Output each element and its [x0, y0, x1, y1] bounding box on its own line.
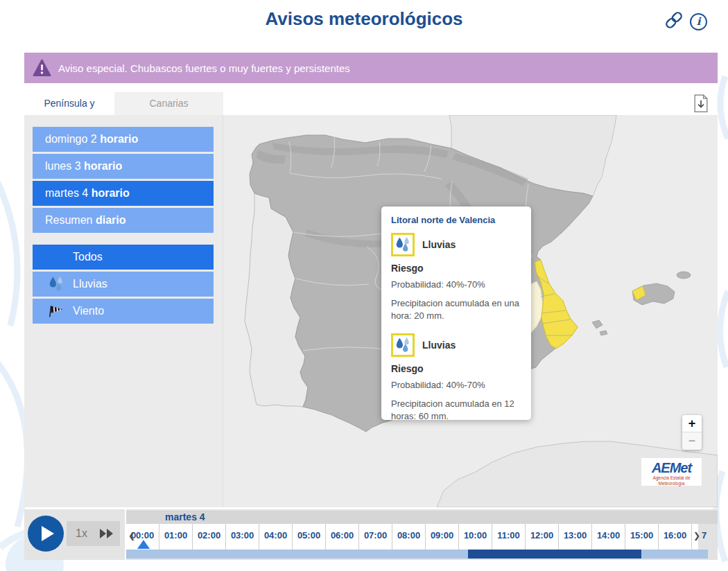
timeline-scrollbar-track[interactable] — [126, 550, 708, 559]
map-popup: Litoral norte de Valencia Lluvias Riesgo… — [381, 207, 531, 420]
warning-type: Lluvias — [422, 239, 456, 250]
hour-cell[interactable]: 02:00 — [193, 524, 226, 550]
tab-canarias[interactable]: Canarias — [114, 92, 223, 115]
warning-detail: Precipitacion acumulada en 12 horas: 60 … — [391, 398, 521, 423]
fast-forward-icon[interactable] — [100, 529, 113, 538]
day-button-label: domingo 2 — [45, 133, 100, 145]
timeline-scroll-right-icon[interactable]: ❯ — [693, 524, 700, 550]
warning-probability: Probabilidad: 40%-70% — [391, 279, 521, 291]
hour-cell[interactable]: 13:00 — [559, 524, 592, 550]
day-button-label-bold: horario — [92, 187, 130, 199]
filter-button-lluvias[interactable]: Lluvias — [33, 272, 214, 297]
special-warning-banner: Aviso especial. Chubascos fuertes o muy … — [24, 53, 718, 83]
logo-word: AEMet — [652, 460, 691, 475]
sidebar: domingo 2 horario lunes 3 horario martes… — [24, 115, 223, 507]
warning-triangle-icon — [33, 59, 51, 77]
warning-level: Riesgo — [391, 263, 521, 274]
warning-level: Riesgo — [391, 363, 521, 374]
hour-cell-partial: 7 — [702, 524, 707, 550]
page-title: Avisos meteorológicos — [0, 8, 728, 30]
map-zoom-control: + − — [682, 415, 702, 450]
hour-cell[interactable]: 12:00 — [526, 524, 559, 550]
hour-cell[interactable]: 09:00 — [426, 524, 459, 550]
logo-tagline: Agencia Estatal de Meteorología — [641, 475, 702, 486]
day-button-martes[interactable]: martes 4 horario — [33, 181, 214, 206]
info-icon[interactable]: i — [690, 13, 707, 30]
banner-text: Aviso especial. Chubascos fuertes o muy … — [58, 62, 350, 74]
day-button-label: Resumen — [45, 214, 96, 226]
play-icon — [42, 526, 54, 541]
play-button[interactable] — [28, 516, 64, 552]
wind-icon — [48, 303, 64, 319]
hour-cell[interactable]: 01:00 — [159, 524, 193, 550]
playhead-marker[interactable] — [137, 540, 150, 549]
rain-warning-icon — [391, 233, 415, 256]
hour-cell[interactable]: 03:00 — [226, 524, 259, 550]
filter-button-label: Viento — [73, 305, 104, 317]
timeline-hours: 00:00 01:00 02:00 03:00 04:00 05:00 06:0… — [126, 524, 698, 550]
share-link-icon[interactable] — [664, 10, 684, 33]
warning-type: Lluvias — [422, 340, 456, 351]
zoom-out-button[interactable]: − — [682, 432, 702, 450]
hour-cell[interactable]: 04:00 — [259, 524, 293, 550]
tab-peninsula-baleares[interactable]: Península y Baleares — [24, 92, 114, 115]
filter-button-viento[interactable]: Viento — [33, 299, 214, 324]
day-button-label-bold: horario — [100, 133, 138, 145]
timeline[interactable]: martes 4 00:00 01:00 02:00 03:00 04:00 0… — [126, 509, 718, 560]
day-button-label: lunes 3 — [45, 160, 84, 172]
aemet-logo: AEMet Agencia Estatal de Meteorología — [641, 458, 702, 486]
filter-button-label: Todos — [73, 251, 103, 263]
timeline-scroll-left-icon[interactable]: ❮ — [128, 524, 135, 550]
filter-button-todos[interactable]: Todos — [33, 245, 214, 270]
warning-probability: Probabilidad: 40%-70% — [391, 379, 521, 392]
day-button-label-bold: horario — [84, 160, 122, 172]
day-button-label-bold: diario — [96, 214, 126, 226]
rain-warning-icon — [391, 333, 415, 357]
hour-cell[interactable]: 08:00 — [392, 524, 426, 550]
popup-title: Litoral norte de Valencia — [391, 215, 521, 225]
hour-cell[interactable]: 11:00 — [492, 524, 526, 550]
island-menorca — [677, 272, 691, 279]
day-button-domingo[interactable]: domingo 2 horario — [33, 127, 214, 152]
hour-cell[interactable]: 16:00 — [659, 524, 692, 550]
day-button-resumen[interactable]: Resumen diario — [33, 208, 214, 233]
hour-cell[interactable]: 15:00 — [625, 524, 659, 550]
hour-cell[interactable]: 06:00 — [326, 524, 359, 550]
hour-cell[interactable]: 05:00 — [293, 524, 326, 550]
timeline-day-label: martes 4 — [126, 511, 718, 524]
download-icon — [693, 94, 709, 113]
day-button-label: martes 4 — [45, 187, 92, 199]
hour-cell[interactable]: 10:00 — [459, 524, 492, 550]
hour-cell[interactable]: 07:00 — [359, 524, 392, 550]
warning-detail: Precipitacion acumulada en una hora: 20 … — [391, 297, 521, 322]
filter-button-label: Lluvias — [73, 278, 107, 290]
day-button-lunes[interactable]: lunes 3 horario — [33, 154, 214, 179]
rain-icon — [48, 276, 64, 292]
speed-control[interactable]: 1x — [67, 521, 120, 546]
timeline-scrollbar-thumb[interactable] — [468, 550, 641, 559]
download-button[interactable] — [693, 94, 711, 114]
zoom-in-button[interactable]: + — [682, 415, 702, 432]
speed-label: 1x — [76, 527, 87, 540]
hour-cell[interactable]: 14:00 — [592, 524, 625, 550]
playback-controls: 1x — [24, 509, 125, 560]
